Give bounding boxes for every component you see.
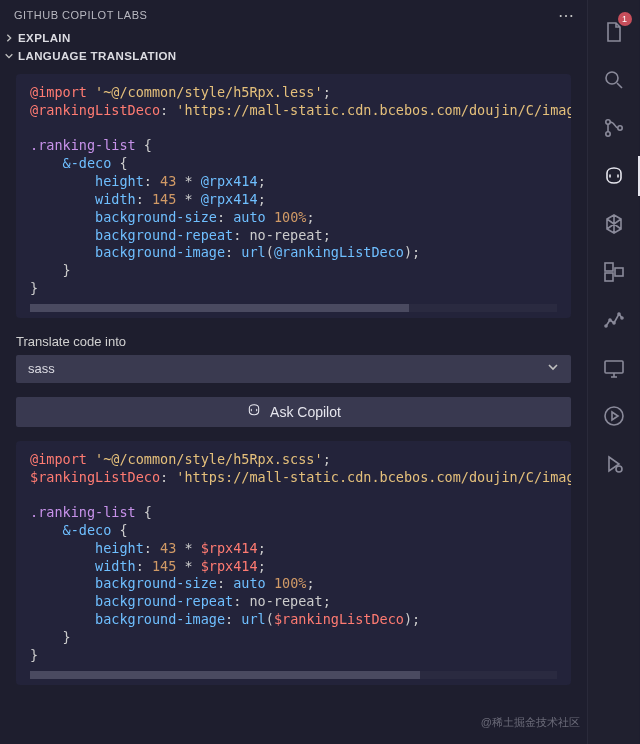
copilot-labs-panel: GITHUB COPILOT LABS ⋯ EXPLAIN LANGUAGE T… (0, 0, 587, 744)
svg-rect-6 (615, 268, 623, 276)
source-control-icon[interactable] (588, 104, 640, 152)
svg-point-13 (605, 407, 623, 425)
explorer-icon[interactable]: 1 (588, 8, 640, 56)
svg-point-3 (617, 126, 621, 130)
svg-rect-5 (605, 273, 613, 281)
extensions-icon[interactable] (588, 248, 640, 296)
copilot-icon[interactable] (588, 152, 640, 200)
activity-bar: 1 (587, 0, 639, 744)
svg-rect-4 (605, 263, 613, 271)
svg-point-1 (605, 120, 609, 124)
section-explain-label: EXPLAIN (18, 32, 71, 44)
translate-label: Translate code into (16, 334, 571, 349)
chevron-right-icon (4, 33, 14, 43)
panel-title: GITHUB COPILOT LABS (14, 9, 147, 21)
svg-point-14 (616, 466, 622, 472)
chevron-down-icon (547, 361, 559, 376)
panel-header: GITHUB COPILOT LABS ⋯ (0, 0, 587, 30)
language-select[interactable]: sass (16, 355, 571, 383)
section-translate[interactable]: LANGUAGE TRANSLATION (0, 48, 587, 66)
ask-copilot-button[interactable]: Ask Copilot (16, 397, 571, 427)
graph-icon[interactable] (588, 296, 640, 344)
chevron-down-icon (4, 51, 14, 61)
section-explain[interactable]: EXPLAIN (0, 30, 587, 48)
ask-copilot-label: Ask Copilot (270, 404, 341, 420)
output-code-block[interactable]: @import '~@/common/style/h5Rpx.scss'; $r… (16, 441, 571, 685)
run-icon[interactable] (588, 392, 640, 440)
openai-icon[interactable] (588, 200, 640, 248)
search-icon[interactable] (588, 56, 640, 104)
source-code-block[interactable]: @import '~@/common/style/h5Rpx.less'; @r… (16, 74, 571, 318)
watermark: @稀土掘金技术社区 (481, 715, 580, 730)
debug-icon[interactable] (588, 440, 640, 488)
svg-point-2 (605, 132, 609, 136)
panel-more-icon[interactable]: ⋯ (558, 6, 575, 25)
remote-icon[interactable] (588, 344, 640, 392)
language-select-value: sass (28, 361, 55, 376)
copilot-icon (246, 402, 262, 421)
section-translate-label: LANGUAGE TRANSLATION (18, 50, 177, 62)
badge: 1 (618, 12, 632, 26)
horizontal-scrollbar[interactable] (30, 304, 557, 312)
svg-point-0 (606, 72, 618, 84)
svg-rect-12 (605, 361, 623, 373)
horizontal-scrollbar[interactable] (30, 671, 557, 679)
